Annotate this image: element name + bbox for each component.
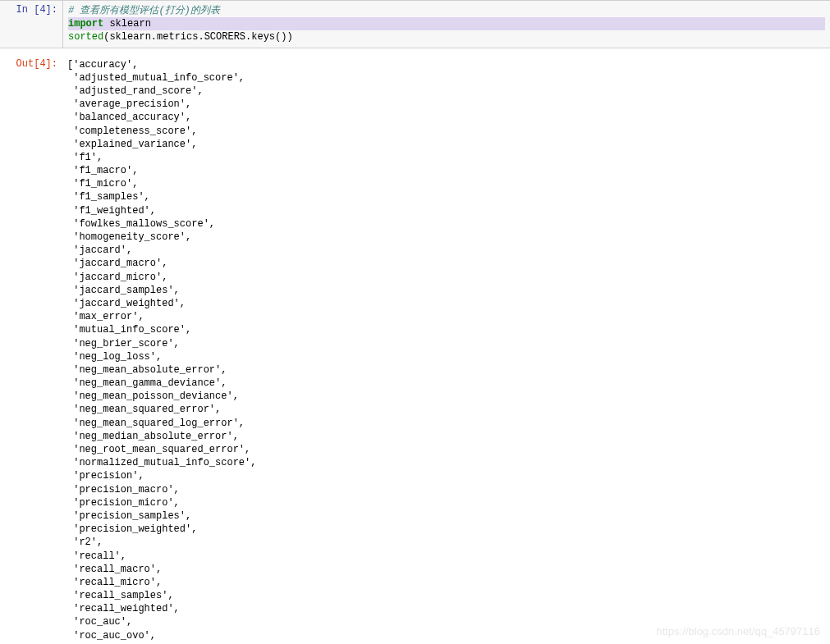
sorted-builtin: sorted (68, 31, 103, 43)
import-keyword: import (68, 18, 103, 30)
code-input[interactable]: # 查看所有模型评估(打分)的列表 import sklearnsorted(s… (62, 1, 830, 48)
input-cell: In [4]: # 查看所有模型评估(打分)的列表 import sklearn… (0, 0, 830, 48)
output-text: ['accuracy', 'adjusted_mutual_info_score… (62, 55, 830, 644)
code-comment: # 查看所有模型评估(打分)的列表 (68, 5, 220, 16)
module-name: sklearn (103, 18, 151, 30)
output-cell: Out[4]: ['accuracy', 'adjusted_mutual_in… (0, 55, 830, 644)
out-prompt: Out[4]: (0, 55, 62, 73)
in-prompt: In [4]: (0, 1, 62, 19)
code-rest: (sklearn.metrics.SCORERS.keys()) (103, 31, 292, 43)
